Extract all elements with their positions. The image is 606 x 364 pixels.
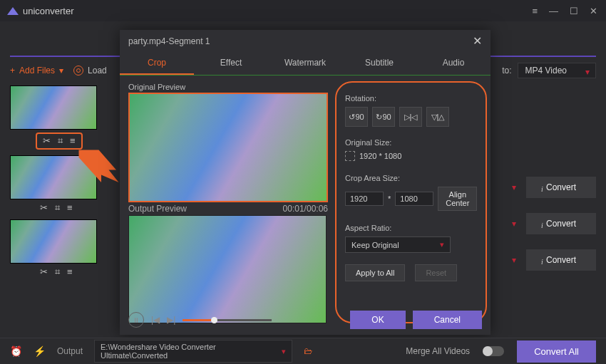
clip-item: ✂ ⌗ ≡ bbox=[10, 155, 127, 214]
crop-icon[interactable]: ⌗ bbox=[55, 202, 60, 214]
caret-down-icon: ▾ bbox=[440, 240, 444, 249]
cancel-button[interactable]: Cancel bbox=[413, 311, 482, 329]
clip-edit-toolbar: ✂ ⌗ ≡ bbox=[10, 266, 127, 278]
aspect-ratio-value: Keep Original bbox=[351, 241, 399, 249]
output-format-picker: to: MP4 Video ▾ bbox=[502, 63, 596, 78]
tab-effect[interactable]: Effect bbox=[194, 52, 268, 75]
app-brand: uniconverter bbox=[7, 6, 74, 16]
crop-icon[interactable]: ⌗ bbox=[58, 135, 63, 147]
crop-area-label: Crop Area Size: bbox=[345, 174, 477, 182]
rotation-label: Rotation: bbox=[345, 94, 477, 103]
clip-thumbnail[interactable] bbox=[10, 85, 97, 130]
flip-horizontal-button[interactable]: ▷|◁ bbox=[399, 107, 422, 127]
output-preview bbox=[128, 215, 327, 323]
plus-icon: + bbox=[10, 66, 15, 76]
effects-icon[interactable]: ≡ bbox=[67, 266, 73, 278]
caret-down-icon: ▾ bbox=[59, 66, 63, 76]
output-label: Output bbox=[57, 346, 83, 356]
caret-down-icon[interactable]: ▾ bbox=[512, 219, 516, 229]
cut-icon[interactable]: ✂ bbox=[40, 202, 48, 214]
clip-item: ✂ ⌗ ≡ bbox=[10, 85, 127, 150]
output-preview-label: Output Preview bbox=[128, 204, 187, 214]
brand-logo-icon bbox=[7, 7, 19, 15]
brand-name: uniconverter bbox=[23, 6, 74, 16]
clip-thumbnail[interactable] bbox=[10, 219, 97, 264]
tab-audio[interactable]: Audio bbox=[416, 52, 491, 75]
prev-frame-button[interactable]: |◀ bbox=[151, 315, 160, 325]
load-dvd-button[interactable]: Load bbox=[73, 66, 107, 76]
merge-all-toggle[interactable] bbox=[483, 346, 504, 356]
maximize-icon[interactable]: ☐ bbox=[568, 6, 580, 16]
original-preview-label: Original Preview bbox=[128, 81, 328, 93]
aspect-icon bbox=[345, 151, 355, 161]
crop-height-input[interactable] bbox=[395, 192, 433, 206]
output-to-label: to: bbox=[502, 66, 511, 76]
convert-all-button[interactable]: Convert All bbox=[517, 340, 596, 363]
format-value: MP4 Video bbox=[525, 66, 567, 76]
bottom-bar: ⏰ ⚡ Output E:\Wondershare Video Converte… bbox=[0, 338, 606, 364]
tab-crop[interactable]: Crop bbox=[120, 52, 194, 75]
preview-timecode: 00:01/00:06 bbox=[283, 204, 328, 214]
output-path-value: E:\Wondershare Video Converter Ultimate\… bbox=[101, 343, 282, 360]
playback-controls: ⏸ |◀ ▶| bbox=[128, 312, 272, 328]
ok-button[interactable]: OK bbox=[350, 311, 405, 329]
next-frame-button[interactable]: ▶| bbox=[167, 315, 175, 325]
align-center-button[interactable]: Align Center bbox=[438, 187, 477, 211]
tab-subtitle[interactable]: Subtitle bbox=[342, 52, 416, 75]
format-select[interactable]: MP4 Video ▾ bbox=[518, 63, 596, 78]
effect-tabs: Crop Effect Watermark Subtitle Audio bbox=[120, 52, 491, 76]
caret-down-icon[interactable]: ▾ bbox=[512, 182, 516, 192]
flash-icon[interactable]: ⚡ bbox=[34, 345, 46, 357]
caret-down-icon[interactable]: ▾ bbox=[512, 255, 516, 265]
apply-to-all-button[interactable]: Apply to All bbox=[345, 264, 405, 281]
rotate-right-button[interactable]: ↻90 bbox=[372, 107, 395, 127]
effects-icon[interactable]: ≡ bbox=[67, 202, 73, 214]
caret-down-icon: ▾ bbox=[585, 67, 590, 77]
add-files-label: Add Files bbox=[19, 66, 55, 76]
modal-title: party.mp4-Segment 1 bbox=[128, 36, 210, 46]
add-files-button[interactable]: + Add Files ▾ bbox=[10, 66, 63, 76]
pause-button[interactable]: ⏸ bbox=[128, 312, 144, 328]
modal-footer: ⏸ |◀ ▶| OK Cancel bbox=[128, 311, 482, 329]
rotate-left-button[interactable]: ↺90 bbox=[345, 107, 368, 127]
load-dvd-label: Load bbox=[88, 66, 107, 76]
clip-edit-toolbar: ✂ ⌗ ≡ bbox=[10, 202, 127, 214]
effects-icon[interactable]: ≡ bbox=[70, 135, 76, 147]
aspect-ratio-label: Aspect Ratio: bbox=[345, 224, 477, 232]
clip-item: ✂ ⌗ ≡ bbox=[10, 219, 127, 278]
flip-vertical-button[interactable]: ▽|△ bbox=[426, 107, 449, 127]
crop-controls-panel: Rotation: ↺90 ↻90 ▷|◁ ▽|△ Original Size:… bbox=[335, 81, 487, 323]
alarm-icon[interactable]: ⏰ bbox=[10, 345, 22, 357]
cut-icon[interactable]: ✂ bbox=[40, 266, 48, 278]
merge-all-label: Merge All Videos bbox=[406, 346, 470, 356]
clip-list: ✂ ⌗ ≡ ✂ ⌗ ≡ ✂ ⌗ ≡ bbox=[10, 85, 127, 278]
original-size-label: Original Size: bbox=[345, 138, 477, 147]
info-icon[interactable]: i bbox=[537, 256, 548, 267]
title-bar: uniconverter ≡ — ☐ ✕ bbox=[0, 0, 606, 21]
settings-icon[interactable]: ≡ bbox=[530, 6, 539, 16]
size-separator: * bbox=[388, 194, 391, 203]
close-window-icon[interactable]: ✕ bbox=[588, 6, 599, 16]
output-path-field[interactable]: E:\Wondershare Video Converter Ultimate\… bbox=[94, 340, 292, 363]
open-folder-icon[interactable]: 🗁 bbox=[304, 346, 312, 356]
convert-column: ▾ Convert i ▾ Convert i ▾ Convert i bbox=[512, 177, 596, 267]
original-preview[interactable] bbox=[128, 93, 328, 202]
modal-close-icon[interactable]: ✕ bbox=[473, 34, 482, 48]
minimize-icon[interactable]: — bbox=[548, 6, 560, 16]
clip-edit-toolbar: ✂ ⌗ ≡ bbox=[36, 132, 83, 150]
crop-modal: party.mp4-Segment 1 ✕ Crop Effect Waterm… bbox=[120, 30, 491, 335]
info-icon[interactable]: i bbox=[537, 184, 548, 194]
preview-column: Original Preview Output Preview 00:01/00… bbox=[128, 81, 328, 323]
info-icon[interactable]: i bbox=[537, 220, 548, 231]
cut-icon[interactable]: ✂ bbox=[43, 135, 51, 147]
aspect-ratio-select[interactable]: Keep Original ▾ bbox=[345, 236, 451, 253]
dvd-icon bbox=[73, 66, 83, 76]
clip-thumbnail[interactable] bbox=[10, 155, 97, 199]
crop-icon[interactable]: ⌗ bbox=[55, 266, 60, 278]
reset-button[interactable]: Reset bbox=[415, 264, 457, 281]
tab-watermark[interactable]: Watermark bbox=[268, 52, 342, 75]
seek-bar[interactable] bbox=[183, 319, 272, 321]
crop-width-input[interactable] bbox=[345, 192, 384, 206]
caret-down-icon: ▾ bbox=[282, 347, 286, 356]
original-size-value: 1920 * 1080 bbox=[359, 152, 401, 160]
